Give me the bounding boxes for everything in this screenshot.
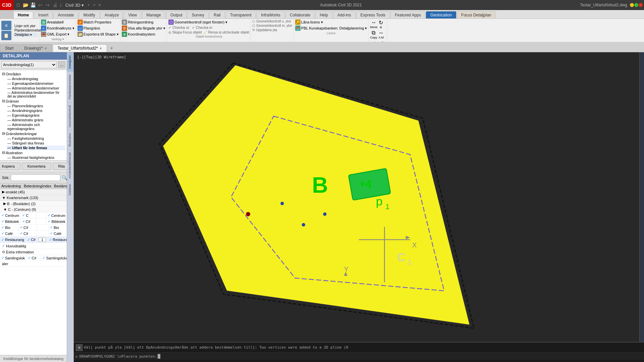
tab-help[interactable]: Help [315, 11, 332, 18]
tab-rail[interactable]: Rail [209, 11, 225, 18]
tab-focus[interactable]: Focus Detaljplan [457, 11, 495, 18]
pbl-kunskapsbanken-btn[interactable]: 📚 PBL Kunskapsbanken: Detaljplanering ▾ [295, 25, 367, 31]
plangranse-btn[interactable]: ▭ Plangräns [77, 25, 119, 31]
maximize-btn[interactable] [634, 3, 638, 7]
tab-survey[interactable]: Survey [187, 11, 209, 18]
tree-administrativ[interactable]: — Administrativ gräns [7, 118, 65, 122]
tab-modify[interactable]: Modify [79, 11, 99, 18]
tree-admin-del[interactable]: — Administrativa bestämmelser för del av… [7, 90, 65, 99]
open-button[interactable]: 📂 [22, 2, 29, 8]
add-tab-btn[interactable]: + [108, 44, 116, 52]
search-icon[interactable]: 🔍 [62, 175, 67, 180]
cmd-expand-btn[interactable]: ⊕ [76, 344, 83, 351]
subsection-centrum[interactable]: ▼ C - (Centrum) (9) [0, 207, 67, 213]
side-tab-planbestammelser[interactable]: Planbestämmelser [67, 71, 73, 102]
new-button[interactable]: 🗋 [15, 2, 21, 8]
kopiera-btn[interactable]: Kopiera [0, 163, 20, 170]
geometrikontroll-btn[interactable]: ⬡ Geometrikontroll (eget fönster) ▾ [168, 19, 249, 25]
tree-fastighets[interactable]: — Fastighetsindelning [7, 136, 65, 141]
checka-ut-btn[interactable]: ✓ Checka ut [168, 25, 189, 30]
linjer-ytor-btn[interactable]: Linjer och ytor [14, 24, 38, 28]
tab-home[interactable]: Home [13, 11, 33, 18]
tree-stangsel[interactable]: — Stängsel ska finnas [7, 141, 65, 145]
tab-view[interactable]: View [124, 11, 141, 18]
konvertera-btn[interactable]: Konvertera [22, 163, 51, 170]
planbestammelser-btn[interactable]: Planbestämmelser [14, 28, 38, 33]
side-tab-geometrikontroll[interactable]: Geometrikontroll [67, 102, 73, 130]
scale-btn[interactable]: ⤡ Sc [381, 40, 385, 42]
rotate-btn[interactable]: ↻ R [379, 19, 383, 29]
tab-insert[interactable]: Insert [34, 11, 53, 18]
tab-geolocation[interactable]: Geolocation [426, 11, 456, 18]
tab-start[interactable]: Start [0, 44, 18, 52]
areatabell-btn[interactable]: ⊞ Areatabell [41, 19, 74, 25]
minimize-btn[interactable] [630, 3, 634, 7]
geo-u-ytor-btn[interactable]: ⬡ Geometrikontroll u. ytor [252, 19, 292, 23]
col-anvandning[interactable]: Användning [0, 183, 22, 189]
tree-egenskaps[interactable]: — Egenskapsbestämmelser [7, 81, 65, 86]
tree-item-gransbeteckningar[interactable]: ⊟ Gränsbeteckningar [1, 131, 65, 136]
planbestammelser-icon[interactable]: 📋 [1, 31, 11, 40]
print-button[interactable]: 🖨 [52, 2, 58, 8]
close-testar[interactable]: ✕ [99, 47, 102, 50]
tree-anvandningslag[interactable]: — Användningslag [7, 76, 65, 81]
subsection-bostader[interactable]: ▶ B - (Bostäder) (2) [0, 201, 67, 207]
search-input[interactable] [11, 174, 60, 181]
koordinatsystem-btn[interactable]: ⊕ Koordinatsystem [122, 32, 165, 37]
section-enskikt[interactable]: ▶ enskikt (45) [0, 189, 67, 195]
app-title-dropdown[interactable]: Civil 3D ▾ [65, 3, 84, 8]
close-btn[interactable] [639, 3, 643, 7]
tree-planomrades[interactable]: — Planområdesgräns [7, 104, 65, 108]
row-extra-info[interactable]: ⊙ Extra information [0, 249, 67, 255]
tab-manage[interactable]: Manage [142, 11, 165, 18]
mirror-btn[interactable]: ↔ A M [378, 30, 384, 39]
tab-infraworks[interactable]: InfraWorks [257, 11, 285, 18]
side-tab-detaljplan[interactable]: Detaljplan [67, 52, 73, 71]
uppdatera-yta-btn[interactable]: ↻ Uppdatera yta [252, 28, 292, 32]
side-tab-databas[interactable]: Databas [67, 181, 73, 198]
tree-admin-egenskap[interactable]: — Administrativ och egenskapsgräns [7, 122, 65, 131]
tree-utfart[interactable]: — Utfart får inte finnas [7, 145, 65, 150]
tab-annotate[interactable]: Annotate [53, 11, 78, 18]
visa-alla-btn[interactable]: 🎨 Visa alla färgade ytor ▾ [122, 25, 165, 31]
tab-collaborate[interactable]: Collaborate [285, 11, 315, 18]
side-tab-illustration[interactable]: Illustration [67, 130, 73, 149]
exportera-shape-btn[interactable]: 📁 Exportera till Shape ▾ [77, 32, 119, 37]
tree-anvandnings[interactable]: — Användningsgräns [7, 108, 65, 113]
skapa-focus-btn[interactable]: ◎ Skapa Focus objekt [168, 31, 202, 34]
linjer-icon[interactable]: ≡ [1, 21, 11, 30]
stretch-btn[interactable]: ↕ Stretch [370, 40, 380, 42]
koordinatkryss-btn[interactable]: + Koordinatkryss ▾ [41, 25, 74, 31]
detaljplan-btn[interactable]: Detaljplan ▾ [14, 33, 38, 37]
tab-output[interactable]: Output [166, 11, 187, 18]
side-tab-anvandardefiniierad[interactable]: Användardefinierad [67, 149, 73, 181]
tab-drawing1[interactable]: Drawing1* ✕ [19, 44, 52, 52]
redo-button[interactable]: ↪ [44, 2, 51, 8]
checka-in-btn[interactable]: ✓ Checka in [192, 25, 212, 30]
section-kvartersmark[interactable]: ▼ Kvartersmark (133) [0, 195, 67, 201]
gml-export-btn[interactable]: 📤 GML Export ▾ [41, 32, 74, 37]
geo-m-ytor-btn[interactable]: ⬡ Geometrikontroll m. ytor [252, 24, 292, 27]
tree-admin-best[interactable]: — Administrativa bestämmelser [7, 86, 65, 90]
tree-egenskap[interactable]: — Egenskapsgräns [7, 113, 65, 118]
tree-item-granser[interactable]: ⊟ Gränser [1, 99, 65, 104]
index-field[interactable]: 1 [39, 237, 46, 242]
tab-express[interactable]: Express Tools [356, 11, 390, 18]
viewport-canvas[interactable]: [-][Top][2D Wireframe] B +4 p [74, 52, 644, 342]
tree-item-illustration[interactable]: ⊟ Illustration [1, 150, 65, 155]
tab-featured[interactable]: Featured Apps [390, 11, 425, 18]
col-beteckning[interactable]: Beteckning [22, 183, 41, 189]
lana-licens-btn[interactable]: 🔑 Låna licens ▾ [295, 19, 367, 25]
rensa-btn[interactable]: 🧹 Rensa ej utcheckade objekt [203, 31, 250, 34]
match-properties-btn[interactable]: ⚡ Match Properties [77, 19, 119, 25]
tab-addins[interactable]: Add-ins [333, 11, 356, 18]
tree-item-omraden[interactable]: ⊟ Områden [1, 71, 65, 76]
settings-footer[interactable]: Inställningar för bestämmelsekatalog [0, 355, 67, 362]
dropdown-settings-btn[interactable]: … [58, 61, 65, 68]
save-button[interactable]: 💾 [30, 2, 36, 8]
tab-testar[interactable]: Testar_Utfartsförbud2* ✕ [53, 44, 107, 52]
layer-dropdown[interactable]: Användningslag(1) [1, 61, 57, 68]
col-index[interactable]: Index [41, 183, 53, 189]
undo-button[interactable]: ↩ [37, 2, 44, 8]
ritningsordning-btn[interactable]: ≣ Ritningsordning [122, 19, 165, 25]
